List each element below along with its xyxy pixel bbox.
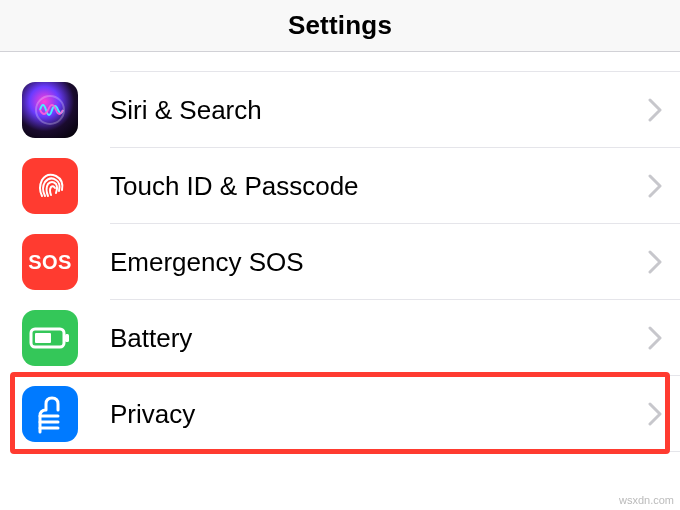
row-touch-id-passcode[interactable]: Touch ID & Passcode — [0, 148, 680, 224]
settings-header: Settings — [0, 0, 680, 52]
chevron-right-icon — [648, 98, 662, 122]
row-label: Touch ID & Passcode — [110, 171, 648, 202]
page-title: Settings — [288, 10, 392, 41]
chevron-right-icon — [648, 174, 662, 198]
row-label: Siri & Search — [110, 95, 648, 126]
watermark: wsxdn.com — [619, 494, 674, 506]
touch-id-icon — [22, 158, 78, 214]
siri-icon — [22, 82, 78, 138]
row-battery[interactable]: Battery — [0, 300, 680, 376]
svg-rect-3 — [35, 333, 51, 343]
battery-icon — [22, 310, 78, 366]
row-label: Emergency SOS — [110, 247, 648, 278]
chevron-right-icon — [648, 402, 662, 426]
settings-list: Siri & Search Touch ID & Passcode SOS Em… — [0, 52, 680, 452]
row-label: Privacy — [110, 399, 648, 430]
emergency-sos-icon: SOS — [22, 234, 78, 290]
row-siri-search[interactable]: Siri & Search — [0, 72, 680, 148]
row-emergency-sos[interactable]: SOS Emergency SOS — [0, 224, 680, 300]
row-label: Battery — [110, 323, 648, 354]
svg-rect-2 — [65, 334, 69, 342]
privacy-icon — [22, 386, 78, 442]
chevron-right-icon — [648, 250, 662, 274]
chevron-right-icon — [648, 326, 662, 350]
list-top-spacer — [110, 52, 680, 72]
sos-icon-text: SOS — [28, 251, 72, 274]
row-privacy[interactable]: Privacy — [0, 376, 680, 452]
